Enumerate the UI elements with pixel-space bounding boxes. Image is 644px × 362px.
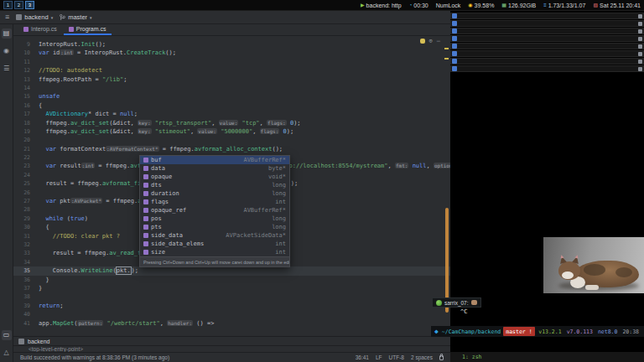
os-icon: ◆ — [434, 327, 439, 336]
window-menu-icon[interactable] — [638, 59, 642, 64]
tab-interop-cs[interactable]: Interop.cs — [18, 24, 62, 35]
file-encoding[interactable]: UTF-8 — [389, 354, 404, 360]
code-line-36[interactable]: 36 } — [13, 276, 450, 284]
window-menu-icon[interactable] — [638, 37, 642, 41]
project-selector[interactable]: backend ▾ — [16, 13, 53, 21]
completion-item-side_data[interactable]: side_dataAVPacketSideData* — [140, 231, 289, 240]
inspections-widget[interactable]: ⊙ — — [420, 38, 440, 44]
completion-hint-bar: Pressing Ctrl+Down and Ctrl+Up will move… — [140, 256, 289, 266]
main-menu-icon[interactable]: ≡ — [5, 13, 9, 21]
line-number: 20 — [13, 136, 39, 144]
code-line-35[interactable]: 35 Console.WriteLine(pkt.); — [13, 266, 450, 275]
code-line-21[interactable]: 21 var formatContext:AVFormatContext* = … — [13, 145, 450, 153]
tab-label: Program.cs — [76, 26, 106, 32]
hide-icon[interactable]: — — [437, 38, 440, 44]
code-line-10[interactable]: 10var id:int = InteropRust.CreateTrack()… — [13, 49, 450, 57]
tmux-status-bar[interactable]: 1: zsh — [450, 352, 644, 362]
completion-item-side_data_elems[interactable]: side_data_elemsint — [140, 240, 289, 248]
problems-tool-icon[interactable]: △ — [2, 348, 12, 358]
completion-item-flags[interactable]: flagsint — [140, 198, 289, 206]
window-app-icon — [452, 21, 457, 26]
completion-item-opaque_ref[interactable]: opaque_refAVBufferRef* — [140, 206, 289, 215]
line-ending[interactable]: LF — [376, 354, 382, 360]
code-line-9[interactable]: 9InteropRust.Init(); — [13, 40, 450, 49]
code-line-15[interactable]: 15unsafe — [13, 92, 450, 101]
code-line-14[interactable]: 14 — [13, 84, 450, 92]
line-number: 16 — [13, 101, 39, 110]
completion-item-data[interactable]: databyte* — [140, 164, 289, 173]
field-icon — [143, 166, 148, 171]
timer-icon: ◔ — [409, 3, 413, 8]
code-line-37[interactable]: 37} — [13, 284, 450, 292]
window-titlebar-5[interactable] — [450, 43, 644, 49]
workspace-3[interactable]: 3 — [25, 1, 34, 9]
code-line-11[interactable]: 11 — [13, 58, 450, 66]
git-branch-icon — [60, 14, 65, 21]
completion-item-pos[interactable]: poslong — [140, 215, 289, 223]
code-line-20[interactable]: 20 — [13, 136, 450, 144]
window-titlebar-3[interactable] — [450, 28, 644, 34]
system-bar: 123 ▶backend: http◔00:30NumLock◉39.58%▦1… — [0, 0, 644, 11]
window-titlebar-2[interactable] — [450, 20, 644, 27]
line-number: 37 — [13, 284, 39, 292]
branch-selector[interactable]: master ▾ — [60, 13, 91, 21]
clock-icon: ▧ — [593, 3, 598, 8]
window-titlebar-7[interactable] — [450, 58, 644, 65]
structure-tool-icon[interactable]: ☰ — [2, 64, 12, 74]
window-titlebar-6[interactable] — [450, 50, 644, 57]
warning-stripe-mark[interactable] — [444, 48, 449, 49]
terminal-prompt[interactable]: ◆ ~/CamChamp/backend master ! v13.2.1 v7… — [431, 326, 644, 337]
workspace-1[interactable]: 1 — [3, 1, 13, 9]
window-menu-icon[interactable] — [638, 52, 642, 56]
code-line-39[interactable]: 39return; — [13, 302, 450, 310]
terminal-tool-icon[interactable]: ▭ — [2, 330, 12, 340]
completion-item-duration[interactable]: durationlong — [140, 189, 289, 198]
window-titlebar-1[interactable] — [450, 13, 644, 19]
project-name: backend — [24, 13, 48, 21]
completion-hint-text: Pressing Ctrl+Down and Ctrl+Up will move… — [143, 260, 289, 265]
window-titlebar-4[interactable] — [450, 35, 644, 42]
code-line-13[interactable]: 13ffmpeg.RootPath = "/lib"; — [13, 75, 450, 84]
code-line-38[interactable]: 38 — [13, 292, 450, 301]
code-line-17[interactable]: 17 AVDictionary* dict = null; — [13, 110, 450, 118]
indent-setting[interactable]: 2 spaces — [411, 354, 433, 360]
code-line-12[interactable]: 12//TODO: autodetect — [13, 66, 450, 75]
window-app-icon — [452, 13, 457, 18]
line-number: 17 — [13, 110, 39, 118]
warning-stripe-mark[interactable] — [444, 58, 449, 59]
code-line-16[interactable]: 16{ — [13, 101, 450, 110]
completion-item-pts[interactable]: ptslong — [140, 223, 289, 231]
completion-item-opaque[interactable]: opaquevoid* — [140, 173, 289, 181]
completion-item-dts[interactable]: dtslong — [140, 181, 289, 189]
line-number: 10 — [13, 49, 39, 57]
build-status-message[interactable]: Build succeeded with warnings at 8:38:36… — [20, 354, 169, 360]
window-menu-icon[interactable] — [638, 29, 642, 34]
code-line-18[interactable]: 18 ffmpeg.av_dict_set(&dict, key: "rtsp_… — [13, 119, 450, 127]
memory-icon: ▦ — [501, 3, 506, 8]
notification-bar[interactable]: sarrix_07: — [432, 297, 481, 308]
line-number: 38 — [13, 292, 39, 301]
window-menu-icon[interactable] — [638, 44, 642, 49]
window-titlebar-8[interactable] — [450, 65, 644, 72]
completion-item-buf[interactable]: bufAVBufferRef* — [140, 156, 289, 164]
window-menu-icon[interactable] — [638, 22, 642, 26]
caret-position[interactable]: 36:41 — [356, 354, 369, 360]
workspace-2[interactable]: 2 — [14, 1, 23, 9]
prompt-time: 20:38 — [620, 327, 641, 336]
commit-tool-icon[interactable]: ◉ — [2, 46, 12, 56]
code-line-41[interactable]: 41app.MapGet(pattern: "/webrtc/start", h… — [13, 319, 450, 328]
module-load: ≡1.73/1.33/1.07 — [543, 3, 585, 8]
breadcrumb[interactable]: <top-level-entry-point> — [13, 345, 450, 352]
project-tool-icon[interactable]: ▤ — [2, 28, 12, 39]
completion-item-size[interactable]: sizeint — [140, 248, 289, 256]
editor[interactable]: 9InteropRust.Init();10var id:int = Inter… — [13, 36, 450, 336]
settings-icon[interactable]: ⊙ — [429, 38, 433, 44]
code-line-19[interactable]: 19 ffmpeg.av_dict_set(&dict, key: "stime… — [13, 127, 450, 136]
readonly-lock-icon[interactable] — [439, 355, 444, 360]
toolwindow-tab-backend[interactable]: backend — [28, 339, 49, 344]
window-menu-icon[interactable] — [638, 14, 642, 18]
tab-program-cs[interactable]: Program.cs — [64, 24, 112, 35]
code-line-40[interactable]: 40 — [13, 310, 450, 318]
window-menu-icon[interactable] — [638, 67, 642, 71]
cat-head — [558, 261, 580, 280]
